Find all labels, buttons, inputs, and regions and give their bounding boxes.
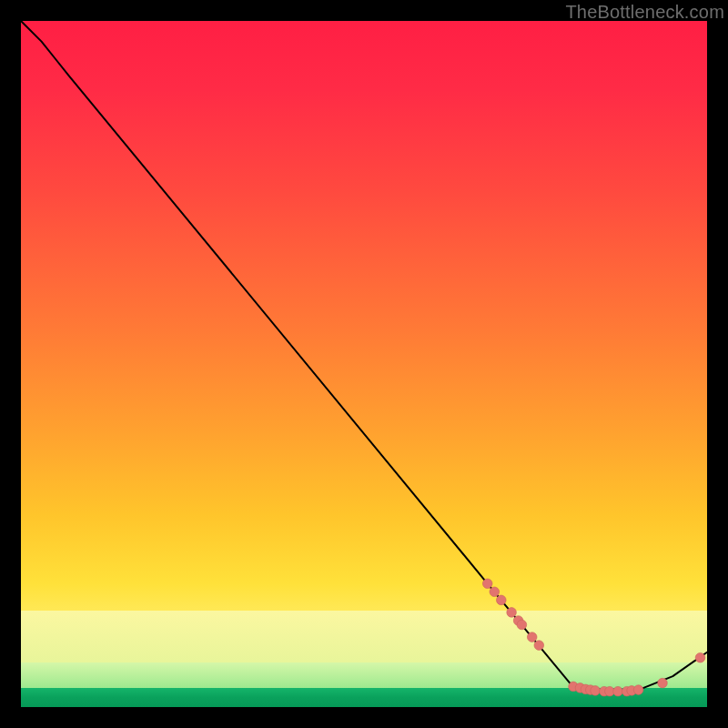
curve-marker — [527, 632, 537, 642]
curve-marker — [695, 652, 705, 662]
curve-marker — [658, 678, 668, 688]
curve-marker — [613, 686, 623, 696]
bottleneck-curve — [21, 21, 707, 692]
chart-stage: TheBottleneck.com — [0, 0, 728, 728]
curve-marker — [482, 579, 492, 589]
curve-marker — [497, 595, 507, 605]
curve-marker — [591, 686, 601, 696]
curve-marker — [490, 587, 500, 597]
curve-marker — [633, 685, 643, 695]
plot-area — [21, 21, 707, 707]
watermark-text: TheBottleneck.com — [565, 2, 724, 23]
curve-marker — [507, 608, 517, 618]
curve-markers — [482, 579, 704, 696]
curve-marker — [517, 620, 527, 630]
curve-marker — [534, 641, 544, 651]
curve-layer — [21, 21, 707, 707]
